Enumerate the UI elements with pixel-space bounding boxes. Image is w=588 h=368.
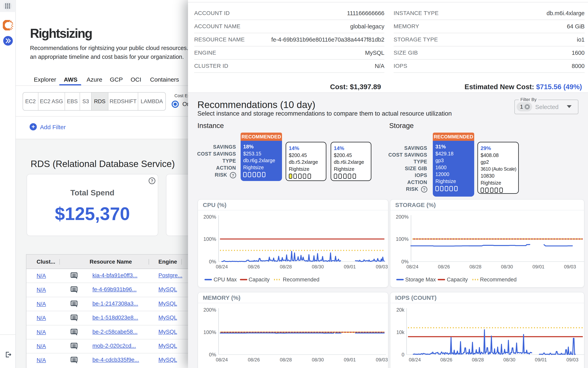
svg-text:08/30: 08/30: [501, 264, 513, 269]
svg-text:09/01: 09/01: [535, 357, 547, 362]
svg-text:09/01: 09/01: [344, 264, 356, 269]
svg-text:08/26: 08/26: [248, 264, 260, 269]
svg-text:08/24: 08/24: [216, 357, 228, 362]
svg-text:0: 0: [402, 352, 404, 357]
svg-text:08/28: 08/28: [280, 357, 292, 362]
svg-text:09/03: 09/03: [376, 357, 388, 362]
svg-text:Recommended: Recommended: [480, 276, 517, 283]
svg-text:09/03: 09/03: [376, 264, 388, 269]
svg-text:Capacity: Capacity: [447, 276, 468, 283]
svg-text:08/26: 08/26: [441, 357, 452, 362]
svg-text:08/28: 08/28: [472, 357, 484, 362]
svg-text:08/26: 08/26: [248, 357, 260, 362]
svg-text:08/30: 08/30: [503, 357, 515, 362]
svg-text:200%: 200%: [396, 214, 409, 220]
svg-text:Capacity: Capacity: [248, 276, 270, 283]
svg-text:CPU Max: CPU Max: [214, 276, 237, 283]
svg-text:200%: 200%: [203, 307, 216, 313]
svg-text:?: ?: [232, 173, 234, 178]
svg-text:20k: 20k: [396, 307, 404, 313]
svg-text:08/28: 08/28: [280, 264, 292, 269]
svg-text:100%: 100%: [203, 236, 216, 242]
svg-text:Storage Max: Storage Max: [405, 276, 436, 283]
svg-text:08/24: 08/24: [216, 264, 228, 269]
svg-text:Recommended: Recommended: [283, 276, 319, 283]
svg-text:?: ?: [151, 178, 153, 184]
svg-text:09/03: 09/03: [564, 264, 576, 269]
svg-text:08/28: 08/28: [469, 264, 481, 269]
svg-text:08/24: 08/24: [406, 264, 418, 269]
svg-text:0%: 0%: [209, 259, 216, 264]
svg-text:100%: 100%: [203, 329, 216, 335]
svg-text:?: ?: [423, 187, 426, 192]
svg-text:200%: 200%: [203, 214, 216, 220]
svg-text:08/30: 08/30: [312, 357, 324, 362]
svg-text:08/26: 08/26: [438, 264, 450, 269]
svg-text:0%: 0%: [209, 352, 216, 357]
svg-text:09/01: 09/01: [344, 357, 356, 362]
svg-text:10k: 10k: [396, 329, 404, 335]
svg-text:08/30: 08/30: [312, 264, 324, 269]
svg-text:0%: 0%: [401, 259, 409, 264]
svg-text:09/03: 09/03: [566, 357, 579, 362]
svg-text:100%: 100%: [396, 236, 409, 242]
svg-text:09/01: 09/01: [533, 264, 544, 269]
svg-text:08/24: 08/24: [409, 357, 421, 362]
